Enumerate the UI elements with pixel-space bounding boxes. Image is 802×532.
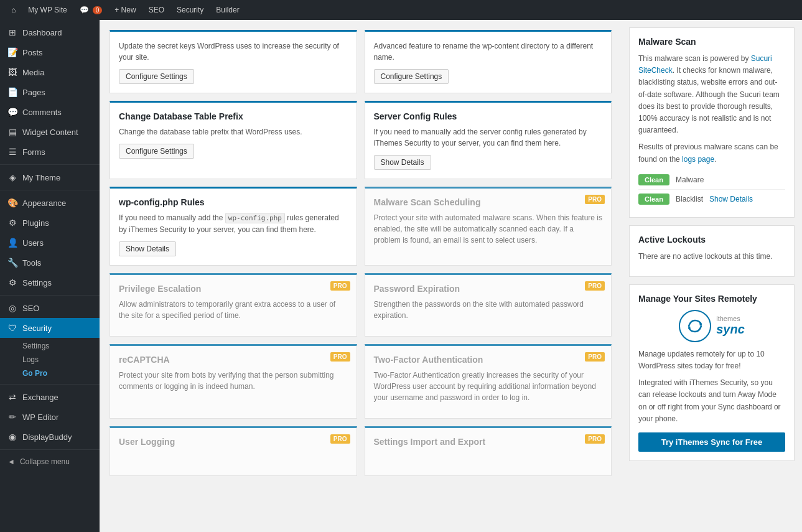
forms-icon: ☰ <box>7 147 17 157</box>
site-name-label: My WP Site <box>28 6 67 14</box>
scan-row-blacklist: Clean Blacklist Show Details <box>638 190 785 208</box>
plugins-icon: ⚙ <box>7 218 17 228</box>
card-user-logging: PRO User Logging <box>110 426 357 476</box>
card-password-expiration-title: Password Expiration <box>374 284 603 294</box>
admin-bar-site-name[interactable]: ⌂ My WP Site <box>22 0 73 20</box>
sidebar-item-forms[interactable]: ☰ Forms <box>0 142 100 162</box>
sidebar-item-my-theme[interactable]: ◈ My Theme <box>0 167 100 187</box>
card-wp-config-title: wp-config.php Rules <box>119 197 348 207</box>
sidebar-item-label: Tools <box>22 258 41 268</box>
sidebar-item-exchange[interactable]: ⇄ Exchange <box>0 387 100 407</box>
sidebar-item-security[interactable]: 🛡 Security <box>0 318 100 338</box>
sidebar-item-displaybuddy[interactable]: ◉ DisplayBuddy <box>0 427 100 447</box>
comment-icon: 💬 <box>80 6 89 14</box>
card-two-factor-title: Two-Factor Authentication <box>374 355 603 365</box>
sidebar-item-widget-content[interactable]: ▤ Widget Content <box>0 122 100 142</box>
sidebar-sub-logs[interactable]: Logs <box>17 353 100 366</box>
collapse-label: Collapse menu <box>20 457 70 466</box>
sync-desc1: Manage updates remotely for up to 10 Wor… <box>638 348 785 372</box>
content-area: Update the secret keys WordPress uses to… <box>100 20 622 532</box>
sidebar-sub-gopro[interactable]: Go Pro <box>17 366 100 380</box>
sync-svg-icon <box>686 317 704 335</box>
admin-bar-seo[interactable]: SEO <box>142 0 170 20</box>
sidebar-item-wp-editor[interactable]: ✏ WP Editor <box>0 407 100 427</box>
card-privilege-escalation-desc: Allow administrators to temporarily gran… <box>119 299 348 321</box>
try-sync-btn[interactable]: Try iThemes Sync for Free <box>638 432 785 452</box>
sidebar-item-tools[interactable]: 🔧 Tools <box>0 253 100 273</box>
card-password-expiration-desc: Strengthen the passwords on the site wit… <box>374 299 603 321</box>
malware-label: Malware <box>676 175 704 184</box>
configure-settings-btn-2[interactable]: Configure Settings <box>374 69 449 84</box>
card-change-db-prefix-desc: Change the database table prefix that Wo… <box>119 126 348 138</box>
right-panel: Malware Scan This malware scan is powere… <box>622 20 802 532</box>
sidebar-item-media[interactable]: 🖼 Media <box>0 62 100 82</box>
card-change-db-prefix-title: Change Database Table Prefix <box>119 111 348 121</box>
card-password-expiration: PRO Password Expiration Strengthen the p… <box>365 273 612 337</box>
scan-row-malware: Clean Malware <box>638 170 785 190</box>
sidebar-item-label: Widget Content <box>22 128 78 137</box>
card-server-config: Server Config Rules If you need to manua… <box>365 101 612 179</box>
card-rename-desc: Advanced feature to rename the wp-conten… <box>374 40 603 63</box>
admin-bar-security[interactable]: Security <box>170 0 210 20</box>
sidebar-item-label: Pages <box>22 88 45 97</box>
sidebar-item-seo[interactable]: ◎ SEO <box>0 298 100 318</box>
builder-label: Builder <box>216 6 239 14</box>
malware-scan-title: Malware Scan <box>638 37 785 47</box>
sidebar-item-label: Comments <box>22 108 62 117</box>
card-settings-import-export-title: Settings Import and Export <box>374 437 603 447</box>
sidebar-item-users[interactable]: 👤 Users <box>0 233 100 253</box>
wp-icon: ⌂ <box>11 6 16 14</box>
card-wp-config: wp-config.php Rules If you need to manua… <box>110 187 357 266</box>
admin-bar-new[interactable]: + New <box>108 0 142 20</box>
sidebar-sub-settings[interactable]: Settings <box>17 339 100 353</box>
sync-name-label: sync <box>716 322 745 337</box>
active-lockouts-panel: Active Lockouts There are no active lock… <box>629 225 795 277</box>
card-server-config-btn[interactable]: Show Details <box>374 155 431 170</box>
card-malware-scan-scheduling: PRO Malware Scan Scheduling Protect your… <box>365 187 612 266</box>
sidebar-item-posts[interactable]: 📝 Posts <box>0 42 100 62</box>
card-change-db-configure-btn[interactable]: Configure Settings <box>119 144 194 159</box>
configure-settings-btn-1[interactable]: Configure Settings <box>119 69 194 84</box>
pro-badge: PRO <box>585 352 605 362</box>
wp-editor-icon: ✏ <box>7 412 17 422</box>
admin-bar-builder[interactable]: Builder <box>210 0 245 20</box>
admin-bar-site-icon[interactable]: ⌂ <box>5 0 22 20</box>
card-recaptcha-title: reCAPTCHA <box>119 355 348 365</box>
card-malware-scan-title: Malware Scan Scheduling <box>374 197 603 207</box>
cards-grid: Change Database Table Prefix Change the … <box>110 101 612 476</box>
sidebar-item-comments[interactable]: 💬 Comments <box>0 102 100 122</box>
card-secret-keys-desc: Update the secret keys WordPress uses to… <box>119 40 348 63</box>
logs-page-link[interactable]: logs page <box>682 155 714 164</box>
settings-icon: ⚙ <box>7 278 17 287</box>
active-lockouts-text: There are no active lockouts at this tim… <box>638 251 785 263</box>
sucuri-link[interactable]: Sucuri SiteCheck <box>638 54 772 75</box>
collapse-menu[interactable]: ◄ Collapse menu <box>0 452 100 471</box>
sidebar-item-pages[interactable]: 📄 Pages <box>0 82 100 102</box>
main-content: Update the secret keys WordPress uses to… <box>100 20 802 532</box>
blacklist-show-details-link[interactable]: Show Details <box>709 195 753 203</box>
pro-badge: PRO <box>330 434 350 444</box>
sync-brand-label: ithemes <box>716 315 745 322</box>
sidebar-item-dashboard[interactable]: ⊞ Dashboard <box>0 22 100 42</box>
sidebar-item-label: My Theme <box>22 173 60 182</box>
sidebar-item-label: DisplayBuddy <box>22 432 72 442</box>
pages-icon: 📄 <box>7 87 17 97</box>
manage-sync-panel: Manage Your Sites Remotely it <box>629 284 795 461</box>
card-server-config-title: Server Config Rules <box>374 111 603 121</box>
card-wp-config-btn[interactable]: Show Details <box>119 241 176 256</box>
new-label: + New <box>114 6 136 14</box>
card-privilege-escalation: PRO Privilege Escalation Allow administr… <box>110 273 357 337</box>
admin-bar-notifications[interactable]: 💬 0 <box>73 0 109 20</box>
sidebar: ⊞ Dashboard 📝 Posts 🖼 Media 📄 Pages 💬 Co… <box>0 20 100 532</box>
posts-icon: 📝 <box>7 47 17 57</box>
sidebar-item-label: SEO <box>22 304 39 313</box>
sidebar-item-plugins[interactable]: ⚙ Plugins <box>0 213 100 233</box>
sidebar-item-appearance[interactable]: 🎨 Appearance <box>0 193 100 213</box>
sync-circle-icon <box>679 310 711 342</box>
sidebar-item-settings[interactable]: ⚙ Settings <box>0 273 100 292</box>
manage-sync-title: Manage Your Sites Remotely <box>638 294 785 304</box>
card-server-config-desc: If you need to manually add the server c… <box>374 126 603 149</box>
card-privilege-escalation-title: Privilege Escalation <box>119 284 348 294</box>
card-recaptcha-desc: Protect your site from bots by verifying… <box>119 370 348 392</box>
pro-badge: PRO <box>330 352 350 362</box>
